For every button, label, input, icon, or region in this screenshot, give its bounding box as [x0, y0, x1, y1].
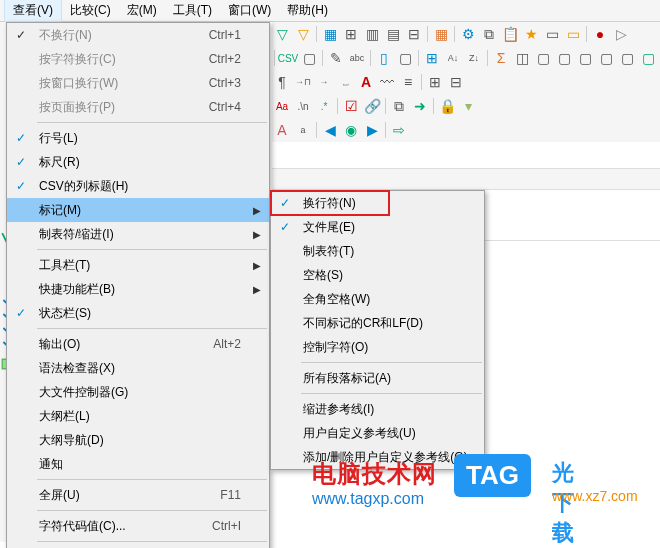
- menu-syntax[interactable]: 语法检查器(X): [7, 356, 269, 380]
- scr-icon[interactable]: ≡: [398, 72, 418, 92]
- dash-icon[interactable]: 〰: [377, 72, 397, 92]
- globe-icon[interactable]: ⚙: [458, 24, 478, 44]
- link-icon[interactable]: 🔗: [362, 96, 382, 116]
- play-icon[interactable]: ▷: [611, 24, 631, 44]
- sort2-icon[interactable]: ⊞: [422, 48, 442, 68]
- wand-icon[interactable]: ✎: [326, 48, 346, 68]
- lock-icon[interactable]: 🔒: [437, 96, 457, 116]
- col3-icon[interactable]: ⊟: [404, 24, 424, 44]
- menu-output[interactable]: 输出(O) Alt+2: [7, 332, 269, 356]
- go-icon[interactable]: ➜: [410, 96, 430, 116]
- submenu-arrow-icon: ▶: [253, 229, 269, 240]
- menu-marks[interactable]: 标记(M) ▶: [7, 198, 269, 222]
- menubar-help[interactable]: 帮助(H): [279, 0, 336, 21]
- ws-icon[interactable]: ⎵: [335, 72, 355, 92]
- b3-icon[interactable]: ▢: [575, 48, 595, 68]
- right-icon[interactable]: ▶: [362, 120, 382, 140]
- menu-page-wrap[interactable]: 按页面换行(P) Ctrl+4: [7, 95, 269, 119]
- guide-icon[interactable]: ⊞: [425, 72, 445, 92]
- dup-icon[interactable]: ⧉: [479, 24, 499, 44]
- regex-icon[interactable]: .\n: [293, 96, 313, 116]
- menubar-compare[interactable]: 比较(C): [62, 0, 119, 21]
- menu-line-num[interactable]: ✓ 行号(L): [7, 126, 269, 150]
- menu-largefile[interactable]: 大文件控制器(G): [7, 380, 269, 404]
- chart-icon[interactable]: ◫: [512, 48, 532, 68]
- spc-icon[interactable]: →: [314, 72, 334, 92]
- marks-submenu: ✓ 换行符(N) ✓ 文件尾(E) 制表符(T) 空格(S) 全角空格(W) 不…: [270, 190, 485, 470]
- font-a2-icon[interactable]: a: [293, 120, 313, 140]
- left-icon[interactable]: ◀: [320, 120, 340, 140]
- ribbon-icon[interactable]: ▾: [458, 96, 478, 116]
- submenu-space[interactable]: 空格(S): [271, 263, 484, 287]
- menu-statusbar[interactable]: ✓ 状态栏(S): [7, 301, 269, 325]
- b1-icon[interactable]: ▢: [533, 48, 553, 68]
- check-icon: ✓: [7, 179, 35, 193]
- submenu-arrow-icon: ▶: [253, 205, 269, 216]
- filter-icon[interactable]: ▽: [272, 24, 292, 44]
- menu-outline[interactable]: 大纲栏(L): [7, 404, 269, 428]
- menubar-view[interactable]: 查看(V): [4, 0, 62, 22]
- font-a-icon[interactable]: A: [272, 120, 292, 140]
- b4-icon[interactable]: ▢: [596, 48, 616, 68]
- menu-char-wrap[interactable]: 按字符换行(C) Ctrl+2: [7, 47, 269, 71]
- re-icon[interactable]: .*: [314, 96, 334, 116]
- menu-tabs-indent[interactable]: 制表符/缩进(I) ▶: [7, 222, 269, 246]
- cols-icon[interactable]: ⊞: [341, 24, 361, 44]
- b5-icon[interactable]: ▢: [617, 48, 637, 68]
- submenu-ctrlchar[interactable]: 控制字符(O): [271, 335, 484, 359]
- csv-icon[interactable]: CSV: [278, 48, 298, 68]
- submenu-eof[interactable]: ✓ 文件尾(E): [271, 215, 484, 239]
- b6-icon[interactable]: ▢: [638, 48, 658, 68]
- menubar-macro[interactable]: 宏(M): [119, 0, 165, 21]
- menubar-window[interactable]: 窗口(W): [220, 0, 279, 21]
- ext-icon[interactable]: ⇨: [389, 120, 409, 140]
- aa-icon[interactable]: Aa: [272, 96, 292, 116]
- menu-outlinenav[interactable]: 大纲导航(D): [7, 428, 269, 452]
- az-icon[interactable]: A↓: [443, 48, 463, 68]
- menubar-tools[interactable]: 工具(T): [165, 0, 220, 21]
- menu-win-wrap[interactable]: 按窗口换行(W) Ctrl+3: [7, 71, 269, 95]
- menu-csv-header[interactable]: ✓ CSV的列标题(H): [7, 174, 269, 198]
- col2-icon[interactable]: ▤: [383, 24, 403, 44]
- submenu-fullspace[interactable]: 全角空格(W): [271, 287, 484, 311]
- b2-icon[interactable]: ▢: [554, 48, 574, 68]
- submenu-tab[interactable]: 制表符(T): [271, 239, 484, 263]
- col1-icon[interactable]: ▥: [362, 24, 382, 44]
- cfg-icon[interactable]: ⧉: [389, 96, 409, 116]
- abc-icon[interactable]: abc: [347, 48, 367, 68]
- tag-icon[interactable]: ▭: [563, 24, 583, 44]
- filter2-icon[interactable]: ▽: [293, 24, 313, 44]
- menu-fullscreen[interactable]: 全屏(U) F11: [7, 483, 269, 507]
- watermark-side-url: www.xz7.com: [552, 488, 638, 504]
- rec-icon[interactable]: ●: [590, 24, 610, 44]
- doc-icon[interactable]: ▦: [431, 24, 451, 44]
- indent-icon[interactable]: →⊓: [293, 72, 313, 92]
- bullet-icon[interactable]: ◉: [341, 120, 361, 140]
- submenu-newline[interactable]: ✓ 换行符(N): [271, 191, 484, 215]
- check-icon: ✓: [7, 28, 35, 42]
- cell-icon[interactable]: ▢: [299, 48, 319, 68]
- split-icon[interactable]: ▯: [374, 48, 394, 68]
- sort-icon[interactable]: ▭: [542, 24, 562, 44]
- menu-notify[interactable]: 通知: [7, 452, 269, 476]
- grid-icon[interactable]: ▦: [320, 24, 340, 44]
- watermark: 电脑技术网 www.tagxp.com TAG 光下载站 www.xz7.com: [312, 458, 437, 508]
- menu-quickbar[interactable]: 快捷功能栏(B) ▶: [7, 277, 269, 301]
- submenu-all-para[interactable]: 所有段落标记(A): [271, 366, 484, 390]
- star-icon[interactable]: ★: [521, 24, 541, 44]
- submenu-indent-guide[interactable]: 缩进参考线(I): [271, 397, 484, 421]
- menu-toolbar[interactable]: 工具栏(T) ▶: [7, 253, 269, 277]
- merge-icon[interactable]: ▢: [395, 48, 415, 68]
- za-icon[interactable]: Z↓: [464, 48, 484, 68]
- submenu-user-guide[interactable]: 用户自定义参考线(U): [271, 421, 484, 445]
- done-icon[interactable]: ☑: [341, 96, 361, 116]
- guide2-icon[interactable]: ⊟: [446, 72, 466, 92]
- para-icon[interactable]: ¶: [272, 72, 292, 92]
- clip-icon[interactable]: 📋: [500, 24, 520, 44]
- menu-charcode[interactable]: 字符代码值(C)... Ctrl+I: [7, 514, 269, 538]
- submenu-crlf[interactable]: 不同标记的CR和LF(D): [271, 311, 484, 335]
- bold-a-icon[interactable]: A: [356, 72, 376, 92]
- menu-no-wrap[interactable]: ✓ 不换行(N) Ctrl+1: [7, 23, 269, 47]
- sum-icon[interactable]: Σ: [491, 48, 511, 68]
- menu-ruler[interactable]: ✓ 标尺(R): [7, 150, 269, 174]
